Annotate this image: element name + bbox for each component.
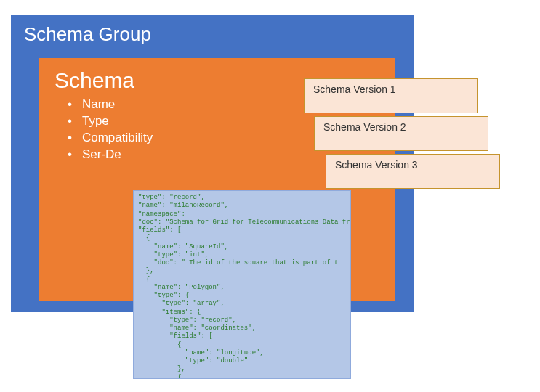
schema-version-label: Schema Version 3 xyxy=(335,159,418,171)
schema-group-title: Schema Group xyxy=(11,15,414,54)
schema-version-label: Schema Version 1 xyxy=(313,83,396,95)
schema-version-card: Schema Version 3 xyxy=(326,154,500,189)
schema-version-card: Schema Version 1 xyxy=(304,78,478,113)
schema-version-card: Schema Version 2 xyxy=(314,116,488,151)
code-sample-box: "type": "record", "name": "milanoRecord"… xyxy=(133,190,351,379)
schema-version-label: Schema Version 2 xyxy=(323,121,406,133)
